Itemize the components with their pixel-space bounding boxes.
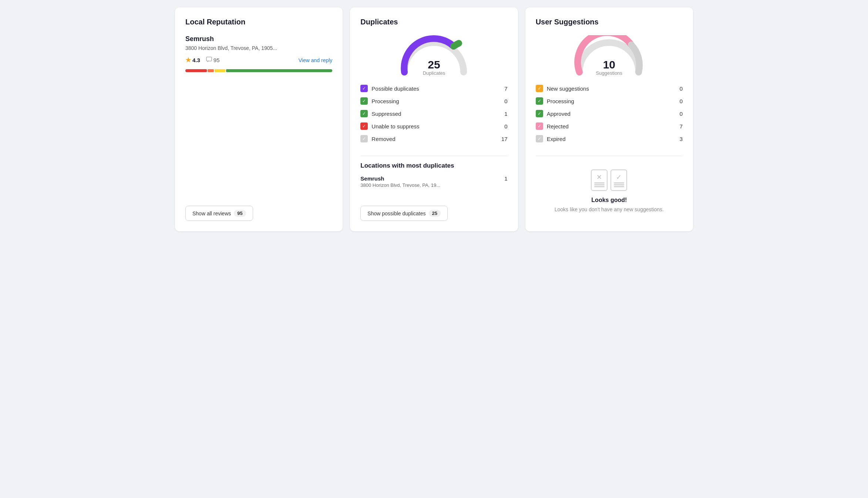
- doc-card-rejected: ✕: [591, 169, 608, 191]
- comment-icon: [206, 57, 212, 64]
- user-suggestions-card: User Suggestions 10 Suggestions: [525, 7, 693, 231]
- stat-label-processing: Processing: [371, 98, 399, 104]
- doc-lines-2: [614, 182, 624, 187]
- stat-count-approved: 0: [680, 111, 683, 117]
- bar-red: [185, 69, 207, 72]
- svg-rect-0: [206, 57, 212, 61]
- check-icon-yellow: ✓: [536, 85, 543, 92]
- rating-row: ★ 4.3 95 View and reply: [185, 56, 332, 64]
- stat-count-unable: 0: [504, 123, 507, 129]
- stats-item-removed: ✓ Removed 17: [360, 135, 507, 142]
- stat-count-expired: 3: [680, 136, 683, 142]
- looks-good-title: Looks good!: [591, 197, 627, 203]
- stat-label-expired: Expired: [547, 136, 566, 142]
- show-all-reviews-section: Show all reviews 95: [185, 198, 332, 221]
- review-count-value: 95: [213, 57, 220, 63]
- show-all-reviews-count: 95: [234, 210, 246, 217]
- stat-label-unable: Unable to suppress: [371, 123, 419, 129]
- duplicates-gauge-label: Duplicates: [423, 70, 445, 76]
- show-all-reviews-label: Show all reviews: [192, 211, 231, 216]
- stat-label-removed: Removed: [371, 136, 395, 142]
- bar-orange: [208, 69, 214, 72]
- doc-line: [594, 184, 605, 185]
- location-info: Semrush 3800 Horizon Blvd, Trevose, PA, …: [360, 175, 440, 188]
- gauge-wrapper: 25 Duplicates: [397, 35, 471, 76]
- stats-item-approved: ✓ Approved 0: [536, 110, 683, 117]
- looks-good-desc: Looks like you don't have any new sugges…: [555, 206, 664, 213]
- stat-label-approved: Approved: [547, 111, 571, 117]
- suggestions-stats-list: ✓ New suggestions 0 ✓ Processing 0 ✓ App…: [536, 85, 683, 142]
- business-address: 3800 Horizon Blvd, Trevose, PA, 1905...: [185, 45, 332, 51]
- business-name: Semrush: [185, 35, 332, 43]
- stat-label-sug-processing: Processing: [547, 98, 574, 104]
- stats-item-processing: ✓ Processing 0: [360, 97, 507, 105]
- duplicates-gauge: 25 Duplicates: [360, 35, 507, 76]
- rating-bar: [185, 69, 332, 72]
- dashboard: Local Reputation Semrush 3800 Horizon Bl…: [175, 7, 693, 231]
- view-reply-button[interactable]: View and reply: [299, 57, 333, 63]
- location-count: 1: [504, 175, 507, 182]
- docs-icon-group: ✕ ✓: [591, 169, 627, 191]
- local-reputation-title: Local Reputation: [185, 18, 332, 26]
- stat-count-rejected: 7: [680, 123, 683, 129]
- check-icon-purple: ✓: [360, 85, 368, 92]
- stat-count-suppressed: 1: [504, 111, 507, 117]
- stat-label-new-suggestions: New suggestions: [547, 85, 589, 92]
- doc-card-approved: ✓: [610, 169, 627, 191]
- check-icon-green-sug-processing: ✓: [536, 97, 543, 105]
- check-icon-pink: ✓: [536, 122, 543, 130]
- rating-value: 4.3: [192, 57, 200, 63]
- duplicates-stats-list: ✓ Possible duplicates 7 ✓ Processing 0 ✓…: [360, 85, 507, 142]
- star-icon: ★: [185, 56, 191, 64]
- stats-item-sug-processing: ✓ Processing 0: [536, 97, 683, 105]
- stats-item-new-suggestions: ✓ New suggestions 0: [536, 85, 683, 92]
- stat-count-new-suggestions: 0: [680, 85, 683, 92]
- stat-label-suppressed: Suppressed: [371, 111, 401, 117]
- suggestions-center-text: 10 Suggestions: [596, 59, 623, 76]
- show-duplicates-button[interactable]: Show possible duplicates 25: [360, 206, 448, 221]
- suggestions-gauge-label: Suggestions: [596, 70, 623, 76]
- cross-icon: ✕: [596, 173, 602, 181]
- bar-green: [226, 69, 333, 72]
- check-icon-green-suppressed: ✓: [360, 110, 368, 117]
- doc-line: [594, 182, 605, 184]
- suggestions-count: 10: [596, 59, 623, 70]
- stats-item-suppressed: ✓ Suppressed 1: [360, 110, 507, 117]
- looks-good-section: ✕ ✓ Looks good! Looks: [536, 162, 683, 221]
- stat-count-removed: 17: [501, 136, 508, 142]
- show-duplicates-section: Show possible duplicates 25: [360, 198, 507, 221]
- user-suggestions-title: User Suggestions: [536, 18, 683, 26]
- show-all-reviews-button[interactable]: Show all reviews 95: [185, 206, 253, 221]
- stat-label-possible: Possible duplicates: [371, 85, 419, 92]
- show-duplicates-label: Show possible duplicates: [367, 211, 425, 216]
- stat-count-sug-processing: 0: [680, 98, 683, 104]
- doc-line: [614, 182, 624, 184]
- check-icon-gray-expired: ✓: [536, 135, 543, 142]
- stat-label-rejected: Rejected: [547, 123, 569, 129]
- bar-yellow: [215, 69, 225, 72]
- duplicates-title: Duplicates: [360, 18, 507, 26]
- stats-item-rejected: ✓ Rejected 7: [536, 122, 683, 130]
- doc-line: [614, 184, 624, 185]
- suggestions-gauge: 10 Suggestions: [536, 35, 683, 76]
- stats-item-expired: ✓ Expired 3: [536, 135, 683, 142]
- duplicates-count: 25: [423, 59, 445, 70]
- locations-title: Locations with most duplicates: [360, 162, 507, 169]
- divider-2: [536, 156, 683, 156]
- location-address: 3800 Horizon Blvd, Trevose, PA, 19...: [360, 182, 440, 188]
- doc-line: [614, 186, 624, 187]
- check-icon-green-processing: ✓: [360, 97, 368, 105]
- location-name: Semrush: [360, 175, 440, 182]
- show-duplicates-count: 25: [429, 210, 441, 217]
- reviews-count: 95: [206, 57, 220, 64]
- check-icon-green-approved: ✓: [536, 110, 543, 117]
- divider-1: [360, 156, 507, 156]
- stat-count-possible: 7: [504, 85, 507, 92]
- duplicates-card: Duplicates 25 Duplicates ✓: [350, 7, 518, 231]
- stat-count-processing: 0: [504, 98, 507, 104]
- stats-item-unable: ✓ Unable to suppress 0: [360, 122, 507, 130]
- stats-item-possible: ✓ Possible duplicates 7: [360, 85, 507, 92]
- star-rating: ★ 4.3: [185, 56, 200, 64]
- local-reputation-card: Local Reputation Semrush 3800 Horizon Bl…: [175, 7, 343, 231]
- check-icon-gray: ✓: [360, 135, 368, 142]
